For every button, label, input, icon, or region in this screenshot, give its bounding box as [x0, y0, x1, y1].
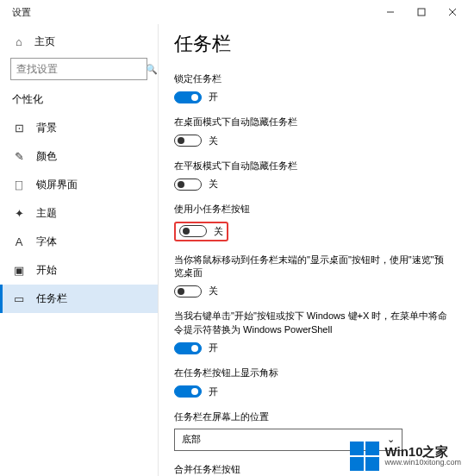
toggle-lock-taskbar[interactable] — [174, 91, 202, 103]
toggle-state: 关 — [209, 135, 218, 147]
toggle-autohide-desktop[interactable] — [174, 135, 202, 147]
home-nav[interactable]: ⌂ 主页 — [0, 29, 158, 54]
theme-icon: ✦ — [12, 208, 26, 220]
lockscreen-icon: ⎕ — [12, 179, 26, 191]
home-label: 主页 — [34, 34, 55, 49]
page-title: 任务栏 — [174, 31, 452, 57]
setting-autohide-tablet: 在平板模式下自动隐藏任务栏 关 — [174, 160, 452, 191]
setting-label: 在任务栏按钮上显示角标 — [174, 366, 452, 379]
close-button[interactable] — [437, 0, 468, 24]
setting-label: 在平板模式下自动隐藏任务栏 — [174, 160, 452, 172]
toggle-badges[interactable] — [174, 385, 202, 398]
sidebar-item-label: 背景 — [36, 121, 57, 135]
search-input[interactable]: 🔍 — [10, 58, 147, 80]
setting-label: 当我右键单击"开始"按钮或按下 Windows 键+X 时，在菜单中将命令提示符… — [174, 310, 452, 336]
window-title: 设置 — [7, 6, 31, 19]
setting-label: 在桌面模式下自动隐藏任务栏 — [174, 116, 452, 128]
sidebar-item-label: 锁屏界面 — [36, 178, 78, 192]
content-area: 任务栏 锁定任务栏 开 在桌面模式下自动隐藏任务栏 关 在平板模式下自动隐藏任务… — [159, 24, 468, 476]
sidebar-item-fonts[interactable]: A 字体 — [0, 228, 158, 256]
toggle-state: 开 — [209, 385, 218, 398]
setting-badges: 在任务栏按钮上显示角标 开 — [174, 366, 452, 398]
sidebar-item-themes[interactable]: ✦ 主题 — [0, 199, 158, 228]
setting-label: 锁定任务栏 — [174, 72, 452, 85]
svg-rect-1 — [418, 9, 425, 16]
search-field[interactable] — [16, 63, 146, 75]
sidebar-item-label: 颜色 — [36, 149, 57, 164]
palette-icon: ✎ — [12, 151, 26, 163]
setting-small-buttons: 使用小任务栏按钮 关 — [174, 203, 452, 241]
titlebar: 设置 — [0, 0, 468, 24]
picture-icon: ⊡ — [12, 122, 26, 135]
sidebar-item-lockscreen[interactable]: ⎕ 锁屏界面 — [0, 171, 158, 199]
sidebar-item-label: 开始 — [36, 263, 57, 278]
sidebar-item-taskbar[interactable]: ▭ 任务栏 — [0, 285, 158, 313]
toggle-small-buttons[interactable] — [179, 225, 207, 237]
sidebar-item-label: 主题 — [36, 206, 57, 221]
setting-powershell: 当我右键单击"开始"按钮或按下 Windows 键+X 时，在菜单中将命令提示符… — [174, 310, 452, 354]
toggle-autohide-tablet[interactable] — [174, 178, 202, 191]
toggle-state: 开 — [209, 341, 218, 354]
toggle-peek-preview[interactable] — [174, 285, 202, 298]
section-label: 个性化 — [0, 89, 158, 114]
minimize-button[interactable] — [375, 0, 406, 24]
setting-label: 当你将鼠标移动到任务栏末端的"显示桌面"按钮时，使用"速览"预览桌面 — [174, 254, 452, 280]
sidebar: ⌂ 主页 🔍 个性化 ⊡ 背景 ✎ 颜色 ⎕ 锁屏界面 ✦ 主题 A 字体 — [0, 24, 159, 476]
watermark: Win10之家 www.win10xitong.com — [350, 442, 461, 471]
sidebar-item-background[interactable]: ⊡ 背景 — [0, 114, 158, 142]
select-value: 底部 — [182, 433, 201, 446]
windows-logo-icon — [350, 442, 379, 471]
start-icon: ▣ — [12, 265, 26, 277]
sidebar-item-colors[interactable]: ✎ 颜色 — [0, 142, 158, 171]
toggle-state: 关 — [214, 225, 223, 238]
font-icon: A — [12, 236, 26, 248]
setting-lock-taskbar: 锁定任务栏 开 — [174, 72, 452, 103]
sidebar-item-start[interactable]: ▣ 开始 — [0, 256, 158, 285]
toggle-state: 关 — [209, 178, 218, 191]
watermark-brand: Win10之家 — [384, 445, 461, 460]
maximize-button[interactable] — [406, 0, 437, 24]
sidebar-item-label: 字体 — [36, 235, 57, 249]
highlight-annotation: 关 — [174, 222, 228, 241]
setting-peek-preview: 当你将鼠标移动到任务栏末端的"显示桌面"按钮时，使用"速览"预览桌面 关 — [174, 254, 452, 298]
setting-label: 任务栏在屏幕上的位置 — [174, 410, 452, 423]
toggle-powershell[interactable] — [174, 342, 202, 354]
toggle-state: 关 — [209, 285, 218, 298]
home-icon: ⌂ — [12, 36, 26, 48]
taskbar-icon: ▭ — [12, 293, 26, 305]
setting-label: 使用小任务栏按钮 — [174, 203, 452, 216]
watermark-url: www.win10xitong.com — [384, 459, 461, 467]
search-icon: 🔍 — [146, 64, 158, 75]
toggle-state: 开 — [209, 91, 218, 103]
window-controls — [375, 0, 468, 24]
sidebar-item-label: 任务栏 — [36, 291, 67, 306]
setting-autohide-desktop: 在桌面模式下自动隐藏任务栏 关 — [174, 116, 452, 147]
